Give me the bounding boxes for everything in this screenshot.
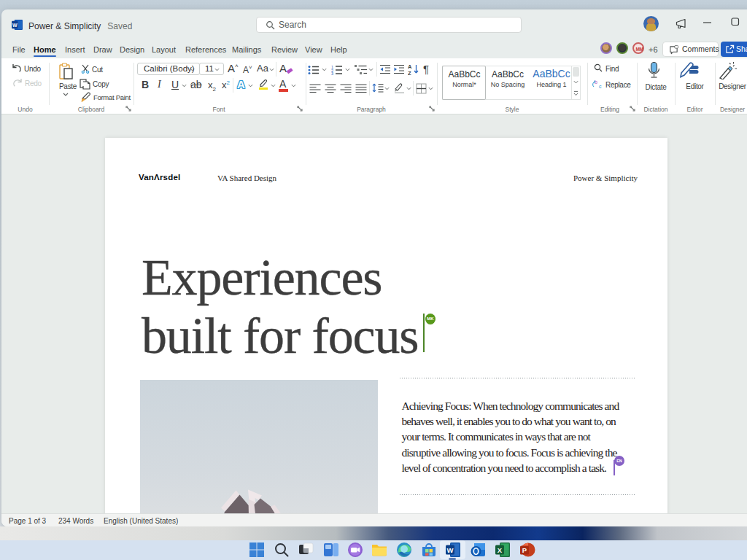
svg-text:W: W (12, 23, 18, 28)
svg-text:P: P (522, 546, 527, 554)
svg-text:Z: Z (408, 70, 411, 76)
svg-text:W: W (447, 546, 454, 554)
svg-text:3: 3 (331, 71, 333, 75)
svg-text:c: c (599, 84, 602, 89)
svg-text:X: X (498, 546, 503, 554)
